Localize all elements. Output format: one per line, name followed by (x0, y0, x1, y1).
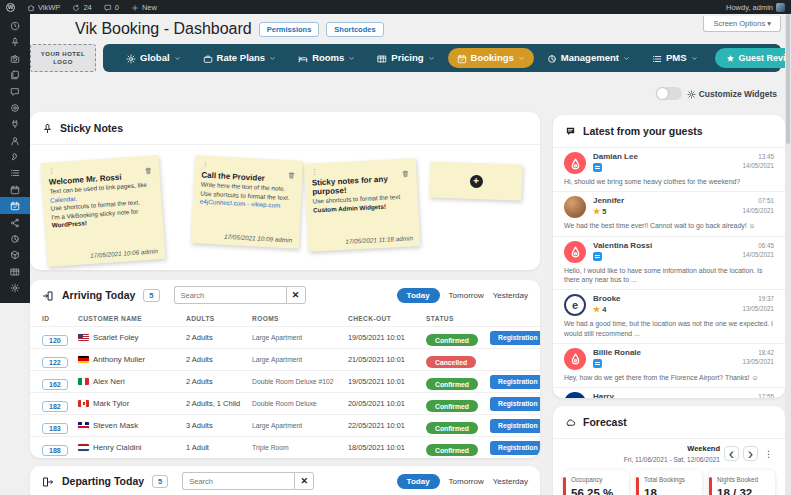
arriving-search-input[interactable] (174, 286, 286, 304)
sidebar-item-users[interactable] (0, 132, 30, 148)
sidebar-item-pages[interactable] (0, 66, 30, 82)
departing-tab-yesterday[interactable]: Yesterday (493, 477, 528, 486)
arriving-icon (42, 286, 54, 304)
sticky-note[interactable]: ⋮Call the ProviderWrite here the text of… (191, 155, 303, 249)
registration-button[interactable]: Registration (490, 375, 540, 389)
wp-admin-bar: W VikWP 24 0 New Howdy, admin (0, 0, 791, 14)
sidebar-item-gallery[interactable] (0, 263, 30, 279)
table-row[interactable]: 188Henry Cialdini1 AdultTriple Room18/05… (30, 436, 540, 458)
sidebar-item-dashboard[interactable] (0, 17, 30, 33)
departing-search-clear-button[interactable]: ✕ (294, 472, 314, 490)
booking-id[interactable]: 188 (42, 445, 68, 456)
sidebar-item-posts[interactable] (0, 33, 30, 49)
note-timestamp: 17/05/2021 10:06 admin (54, 247, 158, 261)
booking-id[interactable]: 182 (42, 401, 68, 412)
sidebar-item-media[interactable] (0, 50, 30, 66)
add-note-button[interactable]: + (429, 161, 522, 200)
guests-header: Latest from your guests (553, 115, 785, 148)
table-row[interactable]: 122Anthony Muller2 AdultsLarge Apartment… (30, 348, 540, 370)
drag-handle-icon[interactable]: ⋮ (311, 168, 318, 176)
nav-rate-plans[interactable]: Rate Plans (194, 48, 286, 67)
nav-global[interactable]: Global (117, 48, 190, 67)
booking-id[interactable]: 162 (42, 379, 68, 390)
forecast-prev-button[interactable]: ‹ (724, 446, 739, 461)
departing-tab-tomorrow[interactable]: Tomorrow (449, 477, 484, 486)
sidebar-item-settings[interactable] (0, 165, 30, 181)
drag-handle-icon[interactable]: ⋮ (48, 167, 56, 175)
arriving-tab-yesterday[interactable]: Yesterday (493, 291, 528, 300)
sidebar-item-extensions[interactable] (0, 246, 30, 262)
calendar-icon (10, 180, 20, 198)
nav-bookings[interactable]: Bookings (448, 48, 534, 67)
departing-title: Departing Today (62, 475, 144, 487)
guest-item[interactable]: eBrooke★419:3713/05/2021We had a good ti… (553, 290, 785, 344)
site-menu[interactable]: VikWP (21, 0, 66, 14)
screen-options-button[interactable]: Screen Options ▾ (703, 16, 781, 32)
guest-item[interactable]: B.Harry★4.217:5513/05/2021We really enjo… (553, 388, 785, 398)
guest-item[interactable]: Valentina Rossi06:4514/05/2021Hello, I w… (553, 237, 785, 291)
arriving-search-clear-button[interactable]: ✕ (286, 286, 306, 304)
shortcodes-badge[interactable]: Shortcodes (326, 22, 383, 37)
table-row[interactable]: 120Scarlet Foley2 AdultsLarge Apartment1… (30, 326, 540, 348)
nav-pms[interactable]: PMS (643, 48, 707, 67)
departing-search-input[interactable] (182, 472, 294, 490)
stat-value: 18 / 32 (717, 487, 767, 495)
guest-item[interactable]: Billie Ronale18:4213/05/2021Hey, how do … (553, 344, 785, 388)
hotel-logo-placeholder[interactable]: YOUR HOTEL LOGO (30, 44, 96, 72)
status-badge: Confirmed (426, 400, 478, 412)
updates-menu[interactable]: 24 (66, 0, 97, 14)
table-row[interactable]: 182Mark Tylor2 Adults, 1 ChildDouble Roo… (30, 392, 540, 414)
customize-widgets-toggle[interactable] (656, 87, 682, 100)
trash-icon[interactable] (144, 160, 153, 169)
booking-id[interactable]: 122 (42, 357, 68, 368)
sidebar-item-appearance[interactable] (0, 99, 30, 115)
comments-menu[interactable]: 0 (98, 0, 125, 14)
new-content-menu[interactable]: New (125, 0, 163, 14)
registration-button[interactable]: Registration (490, 397, 540, 411)
arriving-tab-today[interactable]: Today (397, 288, 440, 303)
sidebar-item-vikbooking[interactable] (0, 197, 30, 213)
trash-icon[interactable] (288, 165, 296, 173)
registration-button[interactable]: Registration (490, 441, 540, 455)
sidebar-item-calendar[interactable] (0, 181, 30, 197)
page-scrollbar[interactable] (785, 14, 791, 495)
permissions-badge[interactable]: Permissions (259, 22, 320, 37)
sidebar-item-analytics[interactable] (0, 230, 30, 246)
drag-handle-icon[interactable]: ⋮ (202, 161, 209, 169)
registration-button[interactable]: Registration (490, 419, 540, 433)
customer-name: Mark Tylor (78, 399, 186, 408)
trash-icon[interactable] (401, 163, 409, 171)
main-navbar: GlobalRate PlansRoomsPricingBookingsMana… (103, 44, 781, 72)
forecast-next-button[interactable]: › (743, 446, 758, 461)
note-timestamp: 17/05/2021 10:09 admin (198, 231, 292, 243)
guest-item[interactable]: Damian Lee13:4514/05/2021Hi, should we b… (553, 148, 785, 192)
sticky-note[interactable]: ⋮Sticky notes for any purpose!Use shortc… (304, 158, 420, 252)
sidebar-item-options[interactable] (0, 279, 30, 295)
account-menu[interactable]: Howdy, admin (720, 0, 791, 14)
departing-tab-today[interactable]: Today (397, 474, 440, 489)
page-title: Vik Booking - Dashboard (75, 20, 252, 38)
table-row[interactable]: 183Steven Mask3 AdultsLarge Apartment22/… (30, 414, 540, 436)
sidebar-item-comments[interactable] (0, 83, 30, 99)
nav-rooms[interactable]: Rooms (289, 48, 364, 67)
sidebar-item-tools[interactable] (0, 148, 30, 164)
guest-item[interactable]: Jennifer★507:5114/05/2021We had the best… (553, 192, 785, 236)
registration-button[interactable]: Registration (490, 331, 540, 345)
sidebar-item-plugins[interactable] (0, 115, 30, 131)
scrollbar-thumb[interactable] (786, 14, 790, 144)
nav-pricing[interactable]: Pricing (368, 48, 443, 67)
tools-icon (10, 147, 20, 165)
sticky-note[interactable]: ⋮Welcome Mr. RossiText can be used to li… (41, 155, 166, 267)
sidebar-item-share[interactable] (0, 214, 30, 230)
adults-cell: 2 Adults (186, 355, 252, 364)
booking-id[interactable]: 120 (42, 335, 68, 346)
room-cell: Large Apartment (252, 356, 348, 363)
chevron-down-icon (623, 52, 630, 63)
forecast-menu-button[interactable]: ⋮ (762, 449, 775, 459)
wp-logo-menu[interactable]: W (0, 0, 21, 14)
nav-management[interactable]: Management (538, 48, 639, 67)
booking-id[interactable]: 183 (42, 423, 68, 434)
nav-button-guest-reviews[interactable]: Guest Reviews (715, 48, 791, 68)
table-row[interactable]: 162Alex Neri2 AdultsDouble Room Deluxe #… (30, 370, 540, 392)
arriving-tab-tomorrow[interactable]: Tomorrow (449, 291, 484, 300)
